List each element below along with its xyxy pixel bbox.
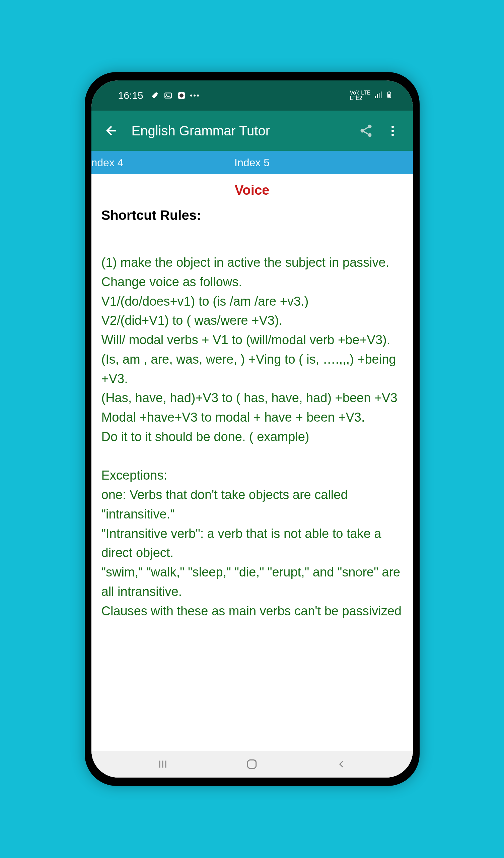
phone-screen: 16:15 Vo): [92, 80, 413, 778]
svg-line-11: [364, 132, 368, 134]
app-bar: English Grammar Tutor: [92, 111, 413, 151]
svg-point-7: [368, 125, 371, 128]
status-bar: 16:15 Vo): [92, 80, 413, 111]
status-bar-right: Vo)) LTE LTE2: [350, 90, 393, 101]
phone-frame: 16:15 Vo): [85, 72, 420, 786]
status-bar-left: 16:15: [118, 90, 199, 101]
tabs-bar: ndex 4 Index 5: [92, 151, 413, 174]
more-notifications-icon: [190, 95, 199, 97]
status-time: 16:15: [118, 90, 143, 101]
svg-line-10: [364, 127, 368, 130]
tab-index-4[interactable]: ndex 4: [92, 157, 124, 169]
back-button[interactable]: [101, 121, 121, 141]
system-nav-bar: [92, 751, 413, 778]
svg-point-9: [368, 133, 371, 137]
home-button[interactable]: [243, 756, 260, 773]
app-title: English Grammar Tutor: [132, 123, 349, 139]
network-indicator: Vo)) LTE LTE2: [350, 90, 371, 101]
content-body-text: (1) make the object in active the subjec…: [101, 253, 403, 621]
status-icons-group: [150, 91, 199, 100]
svg-point-8: [360, 129, 364, 133]
battery-icon: [386, 90, 393, 101]
overflow-menu-button[interactable]: [383, 121, 403, 141]
cleanup-icon: [150, 91, 159, 100]
tab-index-5[interactable]: Index 5: [234, 157, 270, 169]
signal-icon: [374, 91, 382, 100]
app-icon: [177, 91, 186, 100]
svg-point-3: [179, 94, 183, 97]
page-title: Voice: [101, 182, 403, 198]
section-heading: Shortcut Rules:: [101, 208, 403, 223]
svg-rect-6: [388, 94, 390, 97]
svg-rect-15: [248, 760, 256, 768]
content-area[interactable]: Voice Shortcut Rules: (1) make the objec…: [92, 174, 413, 751]
back-nav-button[interactable]: [333, 756, 349, 773]
image-icon: [163, 91, 173, 100]
recent-apps-button[interactable]: [155, 756, 171, 773]
svg-rect-5: [389, 91, 390, 92]
share-button[interactable]: [356, 121, 376, 141]
